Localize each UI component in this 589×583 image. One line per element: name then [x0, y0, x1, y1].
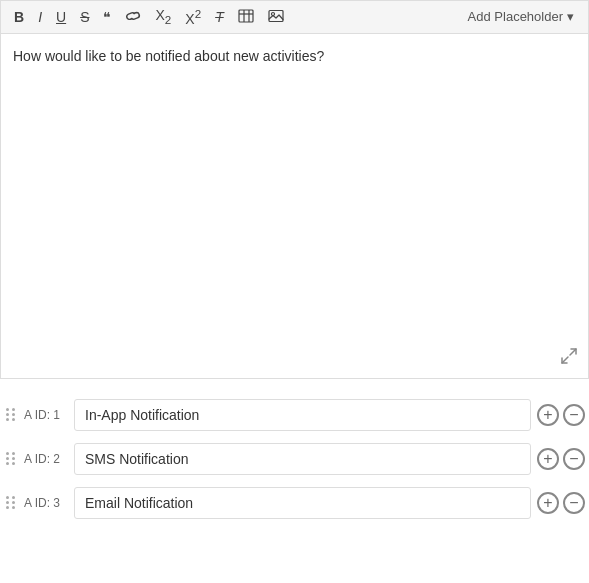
- answer-id-label: A ID: 1: [24, 408, 68, 422]
- editor-toolbar: B I U S ❝ X2 X2 T Add Placeholder ▾: [0, 0, 589, 33]
- italic-button[interactable]: I: [33, 7, 47, 27]
- add-answer-button[interactable]: +: [537, 492, 559, 514]
- answer-row: A ID: 2 + −: [4, 443, 585, 475]
- add-answer-button[interactable]: +: [537, 448, 559, 470]
- remove-answer-button[interactable]: −: [563, 448, 585, 470]
- answer-input[interactable]: [74, 443, 531, 475]
- link-button[interactable]: [120, 6, 146, 28]
- editor-content[interactable]: How would like to be notified about new …: [13, 46, 576, 366]
- drag-handle[interactable]: [4, 408, 18, 421]
- answer-id-label: A ID: 3: [24, 496, 68, 510]
- table-button[interactable]: [233, 6, 259, 28]
- answer-input[interactable]: [74, 487, 531, 519]
- answer-actions: + −: [537, 404, 585, 426]
- answer-row: A ID: 3 + −: [4, 487, 585, 519]
- superscript-button[interactable]: X2: [180, 5, 206, 29]
- answer-row: A ID: 1 + −: [4, 399, 585, 431]
- editor-area: How would like to be notified about new …: [0, 33, 589, 379]
- answer-id-label: A ID: 2: [24, 452, 68, 466]
- dropdown-arrow-icon: ▾: [567, 9, 574, 24]
- svg-rect-0: [239, 10, 253, 22]
- expand-button[interactable]: [558, 345, 580, 370]
- clear-format-button[interactable]: T: [210, 7, 229, 27]
- drag-handle[interactable]: [4, 452, 18, 465]
- answer-actions: + −: [537, 492, 585, 514]
- answer-actions: + −: [537, 448, 585, 470]
- blockquote-button[interactable]: ❝: [98, 7, 116, 27]
- answers-section: A ID: 1 + − A ID: 2 + −: [0, 399, 589, 519]
- add-answer-button[interactable]: +: [537, 404, 559, 426]
- strikethrough-button[interactable]: S: [75, 7, 94, 27]
- remove-answer-button[interactable]: −: [563, 492, 585, 514]
- underline-button[interactable]: U: [51, 7, 71, 27]
- add-placeholder-button[interactable]: Add Placeholder ▾: [462, 6, 580, 27]
- image-button[interactable]: [263, 6, 289, 28]
- bold-button[interactable]: B: [9, 7, 29, 27]
- subscript-button[interactable]: X2: [150, 5, 176, 28]
- svg-rect-4: [269, 10, 283, 21]
- add-placeholder-label: Add Placeholder: [468, 9, 563, 24]
- remove-answer-button[interactable]: −: [563, 404, 585, 426]
- drag-handle[interactable]: [4, 496, 18, 509]
- answer-input[interactable]: [74, 399, 531, 431]
